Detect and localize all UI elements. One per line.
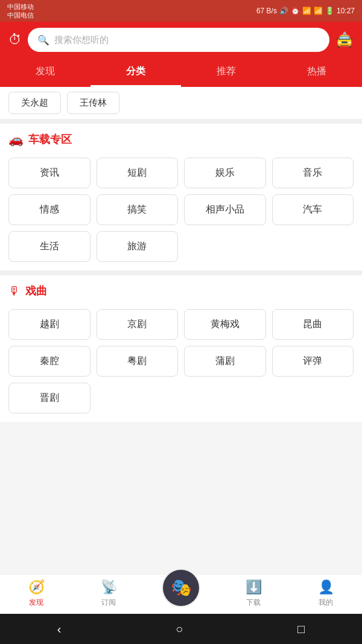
cat-kunqu[interactable]: 昆曲 [272,309,354,340]
main-content: 关永超 王传林 🚗 车载专区 资讯 短剧 娱乐 音乐 情感 搞笑 相声小品 汽车… [0,87,362,494]
search-placeholder: 搜索你想听的 [54,34,109,46]
user-icon: 👤 [318,579,334,595]
download-icon: ⬇️ [246,579,262,595]
signal-icon: 📶 [314,7,323,15]
car-category-grid: 资讯 短剧 娱乐 音乐 情感 搞笑 相声小品 汽车 生活 旅游 [0,153,362,270]
car-section: 🚗 车载专区 资讯 短剧 娱乐 音乐 情感 搞笑 相声小品 汽车 生活 旅游 [0,124,362,270]
divider-2 [0,270,362,275]
battery-icon: 🔋 [325,7,334,15]
android-bar: ‹ ○ □ [0,614,362,644]
artist-chip[interactable]: 关永超 [8,92,61,114]
nav-center[interactable]: 🎭 [160,581,202,607]
center-button[interactable]: 🎭 [162,569,200,607]
network-speed: 67 B/s [256,7,277,15]
compass-icon: 🧭 [28,579,45,595]
artist-chip[interactable]: 王传林 [67,92,119,114]
clock-icon[interactable]: ⏱ [8,32,22,48]
nav-download-label: 下载 [246,598,261,608]
cat-gaoxiao[interactable]: 搞笑 [97,194,179,225]
cat-huangmei[interactable]: 黄梅戏 [184,309,266,340]
search-icon: 🔍 [37,34,49,46]
nav-subscribe[interactable]: 📡 订阅 [87,579,130,608]
opera-category-grid: 越剧 京剧 黄梅戏 昆曲 秦腔 粤剧 蒲剧 评弹 晋剧 [0,304,362,422]
tab-hotplay[interactable]: 热播 [272,58,362,87]
cat-jinju[interactable]: 晋剧 [8,383,91,413]
tab-discover[interactable]: 发现 [0,58,91,87]
car-icon[interactable]: 🚖 [335,31,354,48]
nav-subscribe-label: 订阅 [101,598,116,608]
cat-qinqiang[interactable]: 秦腔 [8,346,91,377]
artists-row: 关永超 王传林 [0,87,362,119]
car-section-header: 🚗 车载专区 [0,124,362,153]
status-right: 67 B/s 🔊 ⏰ 📶 📶 🔋 10:27 [256,7,355,15]
nav-mine[interactable]: 👤 我的 [305,579,347,608]
cat-duanju[interactable]: 短剧 [97,158,179,188]
cat-zixun[interactable]: 资讯 [8,158,91,188]
cat-yueju2[interactable]: 粤剧 [97,346,179,377]
cat-yule[interactable]: 娱乐 [184,158,266,188]
alarm-icon: ⏰ [291,7,300,15]
header: ⏱ 🔍 搜索你想听的 🚖 [0,22,362,58]
android-recent[interactable]: □ [285,617,317,641]
nav-download[interactable]: ⬇️ 下载 [232,579,275,608]
bottom-nav: 🧭 发现 📡 订阅 🎭 ⬇️ 下载 👤 我的 [0,574,362,614]
mic-section-icon: 🎙 [8,284,21,298]
time-display: 10:27 [337,7,355,15]
cat-shenghuo[interactable]: 生活 [8,231,91,262]
nav-discover-label: 发现 [29,598,43,608]
wifi-icon: 📶 [302,7,311,15]
opera-section-header: 🎙 戏曲 [0,275,362,304]
car-section-title: 车载专区 [28,132,72,147]
cat-jingju[interactable]: 京剧 [97,309,179,340]
car-section-icon: 🚗 [8,132,24,147]
opera-section: 🎙 戏曲 越剧 京剧 黄梅戏 昆曲 秦腔 粤剧 蒲剧 评弹 晋剧 [0,275,362,422]
cat-yueju[interactable]: 越剧 [8,309,91,340]
divider-1 [0,119,362,124]
tab-category[interactable]: 分类 [91,58,181,87]
nav-tabs: 发现 分类 推荐 热播 [0,58,362,87]
nav-mine-label: 我的 [319,598,333,608]
android-back[interactable]: ‹ [45,617,74,641]
cat-lvyou[interactable]: 旅游 [97,231,179,262]
center-icon: 🎭 [163,570,199,606]
cat-puju[interactable]: 蒲剧 [184,346,266,377]
cat-xiangsheng[interactable]: 相声小品 [184,194,266,225]
nav-discover[interactable]: 🧭 发现 [15,579,57,608]
carrier-info: 中国移动 中国电信 [7,2,34,20]
rss-icon: 📡 [101,579,117,595]
opera-section-title: 戏曲 [25,284,47,298]
bt-icon: 🔊 [279,7,288,15]
cat-qinggan[interactable]: 情感 [8,194,91,225]
cat-pingtan[interactable]: 评弹 [272,346,354,377]
cat-qiche[interactable]: 汽车 [272,194,354,225]
cat-yinyue[interactable]: 音乐 [272,158,354,188]
android-home[interactable]: ○ [164,617,195,641]
search-bar[interactable]: 🔍 搜索你想听的 [28,28,329,52]
status-bar: 中国移动 中国电信 67 B/s 🔊 ⏰ 📶 📶 🔋 10:27 [0,0,362,22]
tab-recommend[interactable]: 推荐 [181,58,272,87]
